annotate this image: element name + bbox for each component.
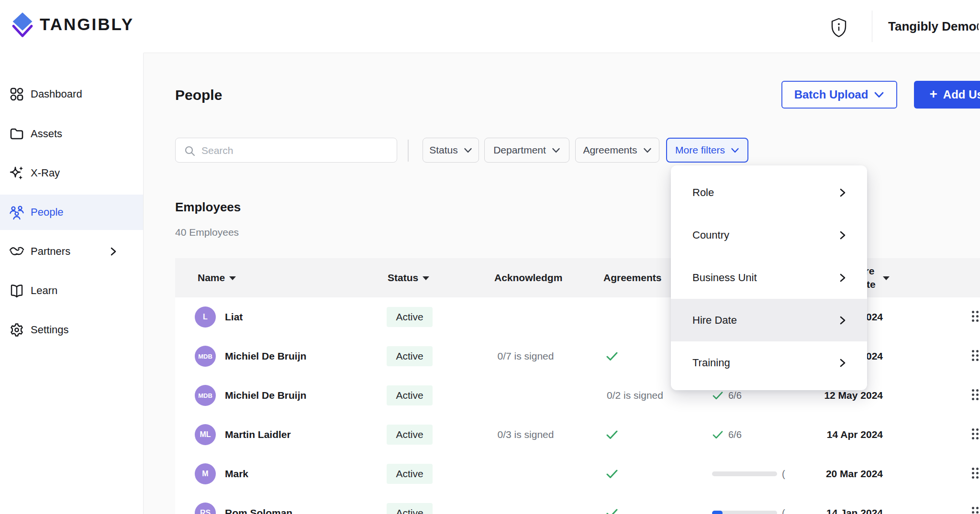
menu-item-label: Training [692, 357, 730, 369]
menu-item-label: Role [692, 186, 714, 199]
sidebar-label: Learn [31, 284, 57, 297]
topbar: TANGIBLY Tangibly Demo [0, 0, 980, 53]
hire-date: 20 Mar 2024 [802, 468, 883, 480]
plus-icon: + [929, 87, 937, 102]
column-header-agreements[interactable]: Agreements [603, 272, 661, 284]
folder-icon [9, 126, 25, 142]
hire-date: 14 Jan 2024 [802, 507, 883, 514]
menu-item-country[interactable]: Country [671, 214, 867, 256]
sidebar: Dashboard Assets X-Ray [0, 53, 144, 514]
trainings-progress-label: ( [782, 469, 785, 480]
batch-upload-label: Batch Upload [794, 88, 869, 101]
row-menu-icon[interactable] [972, 350, 980, 362]
filter-label: Department [493, 144, 546, 156]
status-badge: Active [387, 385, 433, 405]
menu-item-label: Country [692, 229, 729, 241]
chevron-right-icon [109, 247, 118, 256]
filter-label: Agreements [583, 144, 637, 156]
check-icon [606, 351, 618, 361]
check-icon [712, 391, 724, 400]
column-header-acknowledgments[interactable]: Acknowledgm [494, 272, 562, 284]
brand-name: TANGIBLY [40, 15, 134, 34]
menu-item-hire-date[interactable]: Hire Date [671, 299, 867, 341]
acknowledgments-cell: 0/3 is signed [472, 429, 579, 440]
hire-date: 14 Apr 2024 [802, 429, 883, 440]
menu-item-label: Business Unit [692, 272, 757, 284]
row-menu-icon[interactable] [972, 507, 980, 514]
menu-item-label: Hire Date [692, 314, 737, 327]
sort-desc-icon [229, 276, 236, 280]
filter-department[interactable]: Department [484, 138, 569, 163]
row-menu-icon[interactable] [972, 428, 980, 441]
table-row[interactable]: M Mark Active ( 20 Mar 2024 [175, 454, 980, 494]
chevron-down-icon [464, 147, 472, 153]
row-menu-icon[interactable] [972, 468, 980, 480]
menu-item-business-unit[interactable]: Business Unit [671, 256, 867, 299]
employees-count: 40 Employees [175, 227, 239, 238]
search-icon [184, 145, 196, 157]
sort-desc-icon [423, 276, 429, 280]
sidebar-item-settings[interactable]: Settings [0, 312, 143, 348]
sidebar-item-assets[interactable]: Assets [0, 116, 143, 152]
check-icon [606, 429, 618, 440]
brand-logo-icon [11, 10, 34, 39]
employee-name: Michiel De Bruijn [225, 390, 306, 401]
status-badge: Active [387, 464, 433, 484]
table-row[interactable]: RS Rom Soloman Active ( 14 Jan 2024 [175, 493, 980, 514]
chevron-right-icon [838, 316, 847, 325]
column-header-name[interactable]: Name [198, 272, 236, 284]
add-user-button[interactable]: + Add User [914, 81, 980, 109]
status-badge: Active [387, 425, 433, 445]
row-menu-icon[interactable] [972, 311, 980, 323]
check-icon [606, 508, 618, 514]
chevron-right-icon [838, 230, 847, 240]
acknowledgments-cell: 0/7 is signed [472, 350, 579, 362]
employee-name: Mark [225, 468, 248, 480]
table-row[interactable]: ML Martin Laidler Active 0/3 is signed 6… [175, 415, 980, 455]
avatar: L [195, 306, 216, 328]
filter-label: Status [429, 144, 458, 156]
sidebar-item-people[interactable]: People [0, 195, 143, 230]
sidebar-label: Assets [31, 128, 62, 140]
trainings-cell: 6/6 [728, 390, 742, 401]
brand-logo[interactable]: TANGIBLY [11, 10, 134, 39]
sidebar-item-dashboard[interactable]: Dashboard [0, 77, 143, 112]
check-icon [712, 430, 724, 439]
sidebar-item-learn[interactable]: Learn [0, 273, 143, 308]
check-icon [606, 469, 618, 479]
trainings-progress-label: ( [782, 508, 785, 514]
more-filters-label: More filters [675, 144, 725, 156]
filter-status[interactable]: Status [423, 138, 479, 163]
sidebar-label: Dashboard [31, 88, 82, 100]
sidebar-item-xray[interactable]: X-Ray [0, 155, 143, 191]
batch-upload-button[interactable]: Batch Upload [781, 81, 897, 109]
more-filters-button[interactable]: More filters [666, 138, 748, 163]
account-name[interactable]: Tangibly Demo [888, 19, 976, 34]
chevron-down-icon [643, 147, 652, 153]
topbar-account-divider [872, 11, 872, 42]
agreements-cell: 0/2 is signed [592, 390, 678, 401]
info-shield-icon[interactable] [829, 17, 848, 38]
trainings-progress-bar [712, 511, 777, 514]
topbar-divider [144, 53, 980, 53]
avatar: RS [195, 503, 216, 514]
chevron-down-icon [552, 147, 560, 153]
trainings-cell: 6/6 [728, 429, 742, 440]
menu-item-role[interactable]: Role [671, 171, 867, 214]
sidebar-label: People [31, 206, 64, 219]
menu-item-training[interactable]: Training [671, 341, 867, 384]
book-icon [9, 283, 25, 299]
avatar: MDB [195, 385, 216, 406]
sidebar-label: Settings [31, 324, 69, 336]
chevron-right-icon [838, 188, 847, 197]
column-header-status[interactable]: Status [388, 272, 429, 284]
page-title: People [175, 87, 222, 103]
chevron-right-icon [838, 358, 847, 368]
row-menu-icon[interactable] [972, 389, 980, 402]
sidebar-item-partners[interactable]: Partners [0, 234, 143, 269]
avatar: ML [195, 424, 216, 445]
search-input[interactable] [200, 138, 389, 163]
avatar: M [195, 463, 216, 484]
filter-agreements[interactable]: Agreements [575, 138, 659, 163]
status-badge: Active [387, 503, 433, 514]
